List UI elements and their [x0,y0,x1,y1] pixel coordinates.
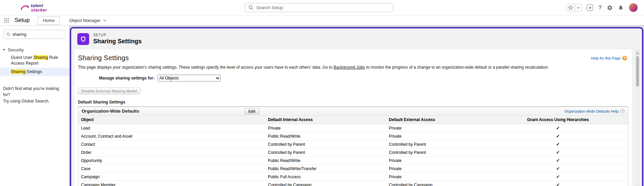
shield-icon [80,36,86,42]
grant-access-checkmark: ✓ [488,148,628,157]
talent-stacker-logo[interactable]: talent stacker [20,3,47,12]
chevron-down-icon [103,19,106,21]
owd-internal-access-cell: Private [265,124,386,132]
background-jobs-link[interactable]: Background Jobs [334,65,365,70]
owd-object-cell: Order [78,148,265,157]
default-sharing-settings-heading: Default Sharing Settings [78,100,628,104]
scrollbar-up-arrow[interactable]: ▲ [636,50,640,55]
sharing-settings-tile [77,33,89,45]
disable-external-sharing-button[interactable]: Disable External Sharing Model [78,88,140,94]
setup-app-title: Setup [15,17,29,24]
manage-sharing-row: Manage sharing settings for: All Objects [99,75,628,82]
owd-internal-access-cell: Public Read/Write [265,157,386,165]
owd-internal-access-cell: Controlled by Campaign [265,181,386,186]
help-button[interactable]: ? [598,5,602,11]
content-title: Sharing Settings [78,54,129,62]
owd-internal-access-cell: Public Read/Write/Transfer [265,165,386,173]
salesforce-setup-screen: talent stacker [0,0,644,186]
question-icon: ? [598,5,602,11]
header-actions: + ? [566,3,638,12]
quick-find-input[interactable] [13,32,62,37]
app-launcher-icon[interactable] [3,18,10,23]
global-search-box[interactable] [245,3,393,12]
owd-object-cell: Opportunity [78,157,265,165]
search-icon [248,5,254,10]
search-term-highlight: Sharing [34,55,48,60]
grant-access-checkmark: ✓ [488,124,628,132]
page-description: This page displays your organization's s… [78,65,628,70]
owd-table: Object Default Internal Access Default E… [78,116,628,186]
star-icon [568,5,573,10]
sidebar-item-sharing-settings[interactable]: Sharing Settings [0,68,69,76]
plus-icon: + [587,4,593,11]
help-page-icon[interactable]: ? [622,56,627,61]
owd-table-row: CasePublic Read/Write/TransferPrivate✓ [78,165,628,173]
sidebar-quick-find[interactable] [3,30,65,39]
manage-sharing-label: Manage sharing settings for: [99,76,155,80]
owd-object-cell: Campaign [78,173,265,181]
setup-sidebar: Security Guest User Sharing Rule Access … [0,26,69,186]
settings-gear-button[interactable] [607,5,613,11]
logo-swoosh-icon [20,4,29,12]
owd-external-access-cell: Private [386,173,488,181]
page-header-eyebrow: SETUP [93,33,142,37]
tab-home-label: Home [43,18,55,23]
favorites-group [566,4,582,11]
owd-object-cell: Campaign Member [78,181,265,186]
col-default-external-access: Default External Access [386,116,488,124]
owd-table-header-row: Object Default Internal Access Default E… [78,116,628,124]
sidebar-not-found-text: Didn't find what you're looking for? Try… [0,86,69,104]
global-actions-button[interactable]: + [587,4,593,11]
user-avatar[interactable] [629,3,638,12]
owd-external-access-cell: Controlled by Parent [386,148,488,157]
tab-object-manager[interactable]: Object Manager [64,17,111,24]
owd-help: Organization-Wide Defaults Help ? [564,109,625,113]
bell-icon [618,5,624,10]
manage-sharing-select[interactable]: All Objects [158,75,221,82]
gear-icon [607,5,613,11]
col-default-internal-access: Default Internal Access [265,116,386,124]
help-for-page-link[interactable]: Help for this Page [591,56,621,60]
page-header-text: SETUP Sharing Settings [93,33,142,45]
setup-content-region: SETUP Sharing Settings Sharing Settings … [70,27,643,186]
owd-header: Organization-Wide Defaults Edit Organiza… [78,107,628,116]
scrollbar-thumb[interactable] [636,56,639,87]
sidebar-item-guest-user-sharing-rule-access-report[interactable]: Guest User Sharing Rule Access Report [0,53,69,68]
search-setup-input[interactable] [256,5,389,10]
owd-help-icon[interactable]: ? [620,109,625,113]
owd-edit-button[interactable]: Edit [244,108,260,114]
owd-help-link[interactable]: Organization-Wide Defaults Help [564,109,619,113]
owd-external-access-cell: Private [386,157,488,165]
owd-external-access-cell: Private [386,124,488,132]
favorites-star-button[interactable] [566,4,575,11]
col-object: Object [78,116,265,124]
organization-wide-defaults-section: Organization-Wide Defaults Edit Organiza… [78,107,628,186]
owd-object-cell: Lead [78,124,265,132]
owd-title: Organization-Wide Defaults [82,109,139,114]
sharing-settings-card: Sharing Settings Help for this Page ? Th… [75,49,632,186]
owd-table-row: OrderControlled by ParentControlled by P… [78,148,628,157]
tab-object-manager-label: Object Manager [69,18,101,23]
help-for-page: Help for this Page ? [591,56,627,61]
logo-text-stacker: stacker [31,8,47,12]
owd-internal-access-cell: Controlled by Parent [265,140,386,148]
owd-internal-access-cell: Controlled by Parent [265,148,386,157]
col-grant-access-using-hierarchies: Grant Access Using Hierarchies [488,116,628,124]
owd-table-row: Campaign MemberControlled by CampaignCon… [78,181,628,186]
grant-access-checkmark: ✓ [488,157,628,165]
global-header: talent stacker [0,0,644,16]
page-header: SETUP Sharing Settings [71,28,642,49]
vertical-scrollbar[interactable]: ▲ [635,50,640,186]
grant-access-checkmark: ✓ [488,140,628,148]
setup-tree: Security Guest User Sharing Rule Access … [0,46,69,76]
tab-home[interactable]: Home [38,16,60,25]
owd-external-access-cell: Private [386,165,488,173]
favorites-dropdown-button[interactable] [575,4,581,11]
tree-section-security[interactable]: Security [0,46,69,53]
grant-access-checkmark: ✓ [488,132,628,140]
tree-section-label: Security [8,47,24,52]
owd-external-access-cell: Controlled by Campaign [386,181,488,186]
owd-internal-access-cell: Public Full Access [265,173,386,181]
notifications-bell-button[interactable] [618,5,624,10]
owd-table-row: LeadPrivatePrivate✓ [78,124,628,132]
